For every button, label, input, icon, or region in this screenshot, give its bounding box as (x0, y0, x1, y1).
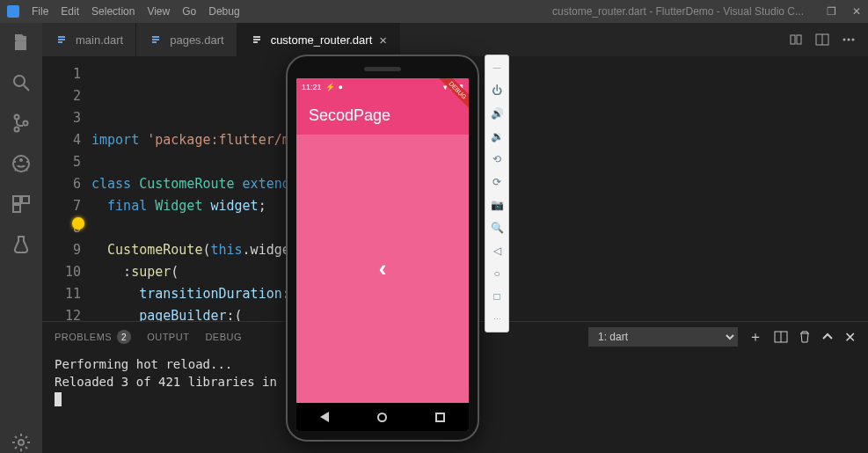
new-terminal-icon[interactable]: ＋ (748, 328, 763, 347)
chevron-left-icon[interactable]: ‹ (379, 255, 387, 282)
emu-back-icon[interactable]: ◁ (490, 244, 504, 258)
android-nav-bar (296, 403, 469, 431)
line-number: 2 (42, 85, 81, 107)
more-icon[interactable] (842, 33, 856, 47)
emulator-toolbar: — ⏻ 🔊 🔉 ⟲ ⟳ 📷 🔍 ◁ ○ □ ⋯ (485, 55, 509, 332)
panel-tab-output[interactable]: Output (147, 332, 189, 342)
line-number: 4 (42, 129, 81, 151)
emu-screenshot-icon[interactable]: 📷 (490, 198, 504, 212)
menu-file[interactable]: File (32, 5, 48, 18)
svg-point-0 (14, 76, 25, 86)
source-control-icon[interactable] (11, 113, 32, 134)
tab-label: pages.dart (170, 33, 223, 47)
emu-volume-down-icon[interactable]: 🔉 (490, 129, 504, 143)
debug-icon[interactable] (11, 153, 32, 174)
line-number-gutter: 123456789101112 (42, 56, 91, 321)
svg-rect-21 (797, 35, 801, 44)
line-number: 5 (42, 151, 81, 173)
nav-back-icon[interactable] (320, 412, 329, 422)
test-icon[interactable] (11, 234, 32, 255)
earpiece-icon (364, 67, 401, 71)
emu-rotate-left-icon[interactable]: ⟲ (490, 152, 504, 166)
window-restore-icon[interactable]: ❐ (827, 5, 836, 18)
close-icon[interactable]: × (379, 33, 387, 47)
extensions-icon[interactable] (11, 194, 32, 215)
window-title: custome_router.dart - FlutterDemo - Visu… (552, 5, 804, 18)
dart-file-icon (55, 33, 69, 47)
kill-terminal-icon[interactable] (799, 330, 811, 344)
line-number: 6 (42, 173, 81, 195)
terminal-cursor (55, 392, 62, 406)
panel-tab-problems[interactable]: Problems 2 (55, 330, 131, 344)
menu-view[interactable]: View (147, 5, 170, 18)
emu-home-icon[interactable]: ○ (490, 267, 504, 281)
maximize-panel-icon[interactable] (821, 331, 834, 343)
svg-point-4 (24, 121, 28, 126)
svg-point-3 (15, 128, 19, 132)
nav-recent-icon[interactable] (435, 413, 445, 422)
line-number: 1 (42, 63, 81, 85)
compare-changes-icon[interactable] (789, 33, 803, 47)
settings-gear-icon[interactable] (11, 432, 32, 453)
menu-debug[interactable]: Debug (208, 5, 239, 18)
tab-label: custome_router.dart (271, 33, 373, 47)
vscode-logo-icon (7, 5, 19, 18)
line-number: 7 (42, 195, 81, 217)
problems-count-badge: 2 (117, 330, 131, 344)
svg-point-6 (19, 158, 23, 162)
android-emulator: DEBUG 11:21 ⚡ ● ▾ ◢ ▮ SecodPage ‹ (286, 55, 522, 442)
close-panel-icon[interactable]: ✕ (844, 329, 857, 346)
dart-file-icon (250, 33, 264, 47)
line-number: 9 (42, 239, 81, 261)
svg-point-2 (15, 115, 19, 120)
tab-pages-dart[interactable]: pages.dart (136, 23, 237, 56)
svg-rect-20 (791, 35, 795, 44)
app-bar: SecodPage (296, 96, 469, 135)
menu-selection[interactable]: Selection (91, 5, 135, 18)
svg-point-24 (843, 39, 846, 41)
terminal-selector[interactable]: 1: dart (588, 327, 738, 347)
svg-point-26 (852, 39, 855, 41)
svg-rect-9 (13, 205, 20, 212)
svg-rect-7 (13, 196, 20, 203)
split-editor-icon[interactable] (815, 33, 829, 47)
emu-power-icon[interactable]: ⏻ (490, 84, 504, 98)
window-close-icon[interactable]: ✕ (852, 5, 861, 18)
status-bolt-icon: ⚡ (325, 83, 335, 91)
app-bar-title: SecodPage (309, 106, 390, 125)
emu-volume-up-icon[interactable]: 🔊 (490, 106, 504, 121)
line-number: 3 (42, 107, 81, 129)
emulator-screen[interactable]: DEBUG 11:21 ⚡ ● ▾ ◢ ▮ SecodPage ‹ (296, 78, 469, 431)
emu-rotate-right-icon[interactable]: ⟳ (490, 175, 504, 189)
emulator-device-frame: DEBUG 11:21 ⚡ ● ▾ ◢ ▮ SecodPage ‹ (286, 55, 479, 442)
panel-tab-debug-console[interactable]: Debug (205, 332, 242, 342)
split-terminal-icon[interactable] (774, 330, 788, 344)
emu-minimize-icon[interactable]: — (490, 61, 504, 75)
line-number: 12 (42, 305, 81, 321)
svg-point-25 (848, 39, 850, 41)
tab-custome-router-dart[interactable]: custome_router.dart × (237, 23, 400, 56)
menu-edit[interactable]: Edit (61, 5, 79, 18)
svg-line-1 (24, 85, 29, 91)
svg-rect-8 (22, 196, 29, 203)
dart-file-icon (149, 33, 163, 47)
activity-bar (0, 23, 42, 453)
editor-tabs: main.dart pages.dart custome_router.dart… (42, 23, 868, 56)
lightbulb-icon[interactable] (72, 217, 84, 230)
nav-home-icon[interactable] (377, 413, 387, 422)
line-number: 10 (42, 261, 81, 283)
svg-point-10 (18, 440, 24, 445)
menu-go[interactable]: Go (182, 5, 196, 18)
search-icon[interactable] (11, 72, 32, 93)
line-number: 11 (42, 283, 81, 305)
emu-zoom-icon[interactable]: 🔍 (490, 221, 504, 235)
tab-label: main.dart (76, 33, 123, 47)
emu-overview-icon[interactable]: □ (490, 289, 504, 303)
tab-main-dart[interactable]: main.dart (42, 23, 136, 56)
status-time: 11:21 (302, 83, 322, 91)
menubar: File Edit Selection View Go Debug custom… (0, 0, 868, 23)
explorer-icon[interactable] (11, 32, 32, 53)
emu-more-icon[interactable]: ⋯ (490, 312, 504, 326)
status-dot-icon: ● (339, 83, 343, 91)
